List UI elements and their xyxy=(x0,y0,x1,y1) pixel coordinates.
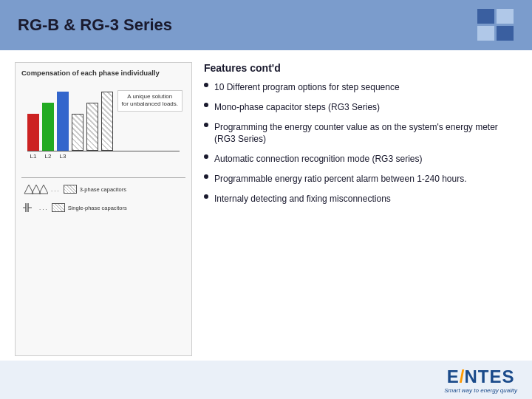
logo-slogan: Smart way to energy quality xyxy=(444,387,517,394)
bullet-icon xyxy=(204,103,208,107)
bar-hatch-2 xyxy=(86,103,98,151)
single-phase-row: ... Single-phase capacitors xyxy=(21,200,185,215)
three-phase-label: 3-phase capacitors xyxy=(80,186,126,193)
accent-sq-3 xyxy=(477,26,494,41)
bullet-icon xyxy=(204,154,208,159)
label-l2: L2 xyxy=(42,153,54,160)
feature-text-3: Programming the energy counter value as … xyxy=(214,121,517,146)
list-item: Mono-phase capacitor steps (RG3 Series) xyxy=(204,101,517,114)
accent-sq-1 xyxy=(477,9,494,24)
features-list: 10 Different program options for step se… xyxy=(204,81,517,205)
bullet-icon xyxy=(204,123,208,127)
page-title: RG-B & RG-3 Series xyxy=(18,16,172,35)
label-l3: L3 xyxy=(57,153,69,160)
right-content: Features cont'd 10 Different program opt… xyxy=(204,62,517,356)
feature-text-6: Internaly detecting and fixing misconnec… xyxy=(214,193,391,205)
unique-solution-text: A unique solutionfor unbalanced loads. xyxy=(117,90,183,112)
bar-hatch-1 xyxy=(72,114,83,151)
footer: E / NTES Smart way to energy quality xyxy=(0,361,532,399)
bar-blue xyxy=(57,92,69,151)
three-phase-dots: ... xyxy=(51,186,61,193)
logo-text: E xyxy=(447,366,460,387)
diagram-chart: A unique solutionfor unbalanced loads. xyxy=(21,84,185,173)
single-phase-label: Single-phase capacitors xyxy=(68,205,127,211)
single-phase-cap xyxy=(52,203,65,212)
list-item: Automatic connection recognition mode (R… xyxy=(204,153,517,166)
main-content: Compensation of each phase individually … xyxy=(0,50,532,368)
bullet-icon xyxy=(204,174,208,179)
list-item: Internaly detecting and fixing misconnec… xyxy=(204,193,517,205)
logo-area: E / NTES Smart way to energy quality xyxy=(444,366,517,394)
header: RG-B & RG-3 Series xyxy=(0,0,532,50)
feature-text-4: Automatic connection recognition mode (R… xyxy=(214,153,422,166)
list-item: Programming the energy counter value as … xyxy=(204,121,517,146)
feature-text-2: Mono-phase capacitor steps (RG3 Series) xyxy=(214,101,380,114)
list-item: 10 Different program options for step se… xyxy=(204,81,517,94)
chart-labels: L1 L2 L3 xyxy=(21,151,185,161)
label-l1: L1 xyxy=(27,153,39,160)
logo-slash: / xyxy=(460,366,465,387)
logo-ntes: NTES xyxy=(464,366,514,387)
single-phase-dots: ... xyxy=(39,205,49,211)
three-phase-row: ... 3-phase capacitors xyxy=(21,182,185,197)
svg-marker-0 xyxy=(24,185,33,194)
svg-marker-1 xyxy=(32,185,41,194)
bullet-icon xyxy=(204,194,208,199)
diagram-panel: Compensation of each phase individually … xyxy=(15,62,192,356)
bar-green xyxy=(42,103,54,151)
bar-red xyxy=(27,114,39,151)
logo: E / NTES xyxy=(447,366,515,387)
list-item: Programmable energy ratio percent alarm … xyxy=(204,173,517,185)
three-phase-symbol xyxy=(21,182,48,197)
bar-hatch-3 xyxy=(101,92,113,151)
svg-marker-2 xyxy=(39,185,48,194)
feature-text-1: 10 Different program options for step se… xyxy=(214,81,400,94)
features-title: Features cont'd xyxy=(204,62,517,74)
diagram-label: Compensation of each phase individually xyxy=(21,69,185,77)
accent-sq-2 xyxy=(497,9,514,24)
capacitor-section: ... 3-phase capacitors ... Single-phase … xyxy=(21,177,185,215)
bullet-icon xyxy=(204,83,208,87)
header-accent-squares xyxy=(477,9,514,41)
single-phase-symbol xyxy=(21,200,36,215)
three-phase-cap xyxy=(64,185,77,194)
feature-text-5: Programmable energy ratio percent alarm … xyxy=(214,173,467,185)
accent-sq-4 xyxy=(497,26,514,41)
